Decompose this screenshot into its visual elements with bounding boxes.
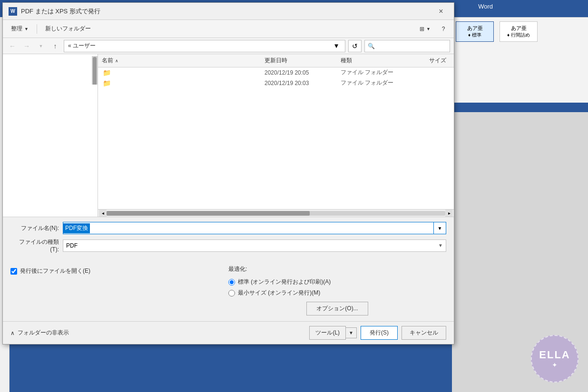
publish-button[interactable]: 発行(S) xyxy=(361,326,398,340)
scroll-right-button[interactable]: ▸ xyxy=(445,210,453,217)
tools-dropdown-button[interactable]: ▼ xyxy=(346,327,357,338)
filename-row: ファイル名(N): PDF変換 ▼ xyxy=(10,222,446,234)
tools-container: ツール(L) ▼ xyxy=(309,326,357,340)
folder-icon-2: 📁 xyxy=(102,78,111,88)
filetype-select[interactable]: PDF ▼ xyxy=(63,239,446,252)
standard-radio[interactable] xyxy=(228,279,235,286)
word-title: Word xyxy=(478,3,493,10)
options-button[interactable]: オプション(O)... xyxy=(306,302,368,316)
search-box[interactable] xyxy=(364,40,450,52)
options-right: 最適化: 標準 (オンライン発行および印刷)(A) 最小サイズ (オンライン発行… xyxy=(228,265,446,317)
folder-toggle-label: フォルダーの非表示 xyxy=(18,329,69,337)
minimum-radio-row: 最小サイズ (オンライン発行)(M) xyxy=(228,289,446,297)
dialog-form: ファイル名(N): PDF変換 ▼ ファイルの種類(T): PDF ▼ xyxy=(3,217,454,261)
dialog-body: 名前 ∧ 更新日時 種類 サイズ 📁 2020/12/19 20:05 xyxy=(3,54,454,217)
column-type-header[interactable]: 種類 xyxy=(341,57,412,65)
column-size-header[interactable]: サイズ xyxy=(412,57,450,65)
column-date-header[interactable]: 更新日時 xyxy=(265,57,341,65)
up-button[interactable]: ↑ xyxy=(49,40,61,52)
file-type-1: ファイル フォルダー xyxy=(341,68,412,76)
toolbar-separator xyxy=(37,24,37,34)
cancel-button[interactable]: キャンセル xyxy=(402,326,446,340)
view-arrow: ▼ xyxy=(426,27,431,31)
ella-watermark: ELLA ✦ xyxy=(531,335,578,382)
minimum-label[interactable]: 最小サイズ (オンライン発行)(M) xyxy=(238,289,320,297)
column-name-header[interactable]: 名前 ∧ xyxy=(102,57,265,65)
file-type-2: ファイル フォルダー xyxy=(341,79,412,87)
minimum-radio[interactable] xyxy=(228,290,235,296)
tools-button[interactable]: ツール(L) xyxy=(309,326,346,340)
options-area: 発行後にファイルを開く(E) 最適化: 標準 (オンライン発行および印刷)(A)… xyxy=(3,265,454,317)
back-button[interactable]: ← xyxy=(7,40,18,52)
refresh-button[interactable]: ↺ xyxy=(348,40,362,52)
ribbon-btn-2[interactable]: あア亜 ♦ 行間詰め xyxy=(500,21,538,42)
scrollbar-track[interactable] xyxy=(107,211,445,216)
ribbon-btn-2-sub: ♦ 行間詰め xyxy=(505,32,532,38)
organize-button[interactable]: 整理 ▼ xyxy=(7,23,33,35)
view-icon: ⊞ xyxy=(420,26,424,32)
ribbon-btn-1[interactable]: あア亜 ♦ 標準 xyxy=(456,21,494,42)
nav-pane-list xyxy=(3,54,98,86)
standard-radio-row: 標準 (オンライン発行および印刷)(A) xyxy=(228,278,446,286)
scroll-left-button[interactable]: ◂ xyxy=(99,210,107,217)
filename-selected-text: PDF変換 xyxy=(63,223,90,233)
dialog-titlebar: W PDF または XPS 形式で発行 × xyxy=(3,3,454,20)
publish-dialog: W PDF または XPS 形式で発行 × 整理 ▼ 新しいフォルダー ⊞ ▼ … xyxy=(2,2,454,344)
address-bar: ← → ▼ ↑ « ユーザー ▼ ↺ xyxy=(3,38,454,54)
filetype-label: ファイルの種類(T): xyxy=(10,238,63,253)
open-after-label[interactable]: 発行後にファイルを開く(E) xyxy=(20,267,90,275)
search-input[interactable] xyxy=(368,43,447,49)
optimize-label: 最適化: xyxy=(228,265,446,273)
ella-star: ✦ xyxy=(552,361,558,369)
close-button[interactable]: × xyxy=(434,4,448,19)
file-list-header: 名前 ∧ 更新日時 種類 サイズ xyxy=(98,54,454,67)
organize-label: 整理 xyxy=(11,25,22,33)
dropdown-button[interactable]: ▼ xyxy=(35,40,47,52)
file-date-1: 2020/12/19 20:05 xyxy=(265,69,341,76)
new-folder-label: 新しいフォルダー xyxy=(45,25,91,33)
organize-arrow: ▼ xyxy=(24,27,29,31)
dialog-toolbar: 整理 ▼ 新しいフォルダー ⊞ ▼ ? xyxy=(3,20,454,38)
view-button[interactable]: ⊞ ▼ xyxy=(415,23,435,35)
forward-button[interactable]: → xyxy=(21,40,32,52)
dialog-footer: ∧ フォルダーの非表示 ツール(L) ▼ 発行(S) キャンセル xyxy=(3,321,454,344)
address-box: « ユーザー ▼ xyxy=(64,40,345,52)
ribbon-btn-2-label: あア亜 xyxy=(505,25,532,32)
word-icon: W xyxy=(9,7,17,16)
ribbon-btn-1-label: あア亜 xyxy=(461,25,489,32)
options-left: 発行後にファイルを開く(E) xyxy=(10,265,228,317)
filename-dropdown-button[interactable]: ▼ xyxy=(433,222,446,234)
standard-label[interactable]: 標準 (オンライン発行および印刷)(A) xyxy=(238,278,331,286)
ribbon-btn-1-sub: ♦ 標準 xyxy=(461,32,489,38)
address-text: « ユーザー xyxy=(68,42,332,50)
file-list: 名前 ∧ 更新日時 種類 サイズ 📁 2020/12/19 20:05 xyxy=(98,54,454,217)
dialog-title: PDF または XPS 形式で発行 xyxy=(21,7,430,16)
filetype-value: PDF xyxy=(66,242,438,249)
nav-pane xyxy=(3,54,98,217)
filetype-row: ファイルの種類(T): PDF ▼ xyxy=(10,238,446,253)
help-icon: ? xyxy=(442,26,445,32)
word-ribbon: あア亜 ♦ 標準 あア亜 ♦ 行間詰め I20I I22I I24I I26I … xyxy=(452,17,588,103)
open-after-checkbox[interactable] xyxy=(10,268,17,275)
fold-icon: ∧ xyxy=(10,330,15,336)
horizontal-scrollbar[interactable]: ◂ ▸ xyxy=(98,209,454,217)
filename-input-container: PDF変換 ▼ xyxy=(63,222,446,234)
new-folder-button[interactable]: 新しいフォルダー xyxy=(41,23,95,35)
folder-toggle[interactable]: ∧ フォルダーの非表示 xyxy=(10,329,69,337)
footer-buttons: ツール(L) ▼ 発行(S) キャンセル xyxy=(309,326,446,340)
folder-icon-1: 📁 xyxy=(102,68,111,77)
help-button[interactable]: ? xyxy=(437,23,450,35)
address-dropdown-button[interactable]: ▼ xyxy=(332,40,341,52)
file-date-2: 2020/12/19 20:03 xyxy=(265,80,341,86)
file-list-body: 📁 2020/12/19 20:05 ファイル フォルダー 📁 2020/12/… xyxy=(98,67,454,209)
filename-label: ファイル名(N): xyxy=(10,224,63,232)
filetype-dropdown-arrow: ▼ xyxy=(438,243,443,248)
table-row[interactable]: 📁 2020/12/19 20:05 ファイル フォルダー xyxy=(98,67,454,78)
ella-text: ELLA xyxy=(539,349,570,361)
open-after-row: 発行後にファイルを開く(E) xyxy=(10,267,90,275)
table-row[interactable]: 📁 2020/12/19 20:03 ファイル フォルダー xyxy=(98,78,454,88)
scrollbar-thumb[interactable] xyxy=(107,211,310,216)
